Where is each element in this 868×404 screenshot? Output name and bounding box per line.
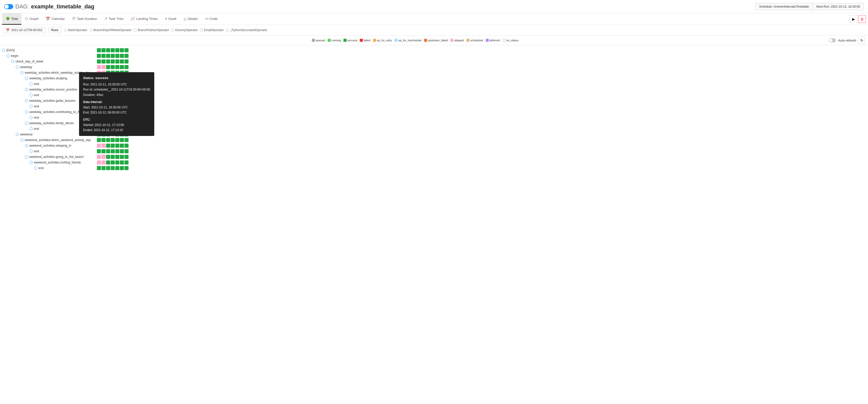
- status-sq-weekend_inviting-6[interactable]: [124, 160, 128, 164]
- status-sq-end6-4[interactable]: [115, 149, 119, 153]
- status-sq-dag-1[interactable]: [101, 48, 105, 52]
- operator-dummy[interactable]: DummyOperator: [171, 28, 198, 32]
- status-sq-check_day-4[interactable]: [115, 59, 119, 63]
- status-sq-end6-1[interactable]: [101, 149, 105, 153]
- status-sq-check_day-0[interactable]: [97, 59, 101, 63]
- tab-code[interactable]: <> Code: [201, 13, 221, 25]
- node-label-begin[interactable]: begin: [0, 54, 97, 58]
- status-sq-weekend_sleeping-4[interactable]: [115, 144, 119, 148]
- tab-calendar[interactable]: 📅 Calendar: [42, 13, 68, 25]
- tab-task-duration[interactable]: ⏱ Task Duration: [68, 13, 100, 25]
- tab-details[interactable]: △ Details: [180, 13, 202, 25]
- status-sq-weekend_beach-0[interactable]: [97, 155, 101, 159]
- refresh-button[interactable]: ↻: [858, 37, 865, 43]
- status-sq-dag-4[interactable]: [115, 48, 119, 52]
- status-sq-dag-6[interactable]: [124, 48, 128, 52]
- status-sq-end7-1[interactable]: [101, 166, 105, 170]
- status-sq-begin-1[interactable]: [101, 54, 105, 58]
- status-sq-end7-0[interactable]: [97, 166, 101, 170]
- dag-toggle[interactable]: [4, 4, 13, 9]
- status-sq-weekend_beach-1[interactable]: [101, 155, 105, 159]
- status-sq-check_day-3[interactable]: [111, 59, 115, 63]
- status-sq-begin-4[interactable]: [115, 54, 119, 58]
- tab-task-tries[interactable]: ↗ Task Tries: [101, 13, 127, 25]
- tab-landing-times[interactable]: 📈 Landing Times: [127, 13, 161, 25]
- status-sq-weekend_sleeping-2[interactable]: [106, 144, 110, 148]
- status-sq-weekday-6[interactable]: [124, 65, 128, 69]
- status-sq-weekend_which-1[interactable]: [101, 138, 105, 142]
- node-label-weekend_inviting[interactable]: weekend_activities.inviting_friends: [0, 161, 97, 164]
- operator-branch-python[interactable]: BranchPythonOperator: [134, 28, 169, 32]
- status-sq-weekday-2[interactable]: [106, 65, 110, 69]
- node-label-check_day[interactable]: check_day_of_week: [0, 60, 97, 63]
- status-sq-end6-0[interactable]: [97, 149, 101, 153]
- status-sq-weekend_beach-5[interactable]: [120, 155, 124, 159]
- status-sq-end7-5[interactable]: [120, 166, 124, 170]
- tab-gantt[interactable]: ≡ Gantt: [161, 13, 180, 25]
- status-sq-begin-6[interactable]: [124, 54, 128, 58]
- status-sq-check_day-5[interactable]: [120, 59, 124, 63]
- status-sq-weekend_beach-2[interactable]: [106, 155, 110, 159]
- status-sq-weekday-4[interactable]: [115, 65, 119, 69]
- operator-email[interactable]: EmailOperator: [200, 28, 224, 32]
- node-label-end7[interactable]: end: [0, 166, 97, 170]
- status-sq-weekend_sleeping-0[interactable]: [97, 144, 101, 148]
- status-sq-weekend_inviting-5[interactable]: [120, 160, 124, 164]
- status-sq-weekend_sleeping-5[interactable]: [120, 144, 124, 148]
- status-sq-weekend_sleeping-6[interactable]: [124, 144, 128, 148]
- status-sq-weekend_which-3[interactable]: [111, 138, 115, 142]
- status-sq-end7-2[interactable]: [106, 166, 110, 170]
- status-sq-check_day-2[interactable]: [106, 59, 110, 63]
- operator-branch[interactable]: BranchDayOfWeekOperator: [90, 28, 132, 32]
- status-sq-weekend_which-5[interactable]: [120, 138, 124, 142]
- status-sq-end6-3[interactable]: [111, 149, 115, 153]
- status-sq-begin-0[interactable]: [97, 54, 101, 58]
- status-sq-weekend_inviting-0[interactable]: [97, 160, 101, 164]
- operator-python[interactable]: _PythonDecoratedOperator: [226, 28, 267, 32]
- play-button[interactable]: ▶: [850, 15, 857, 23]
- node-label-weekend_beach[interactable]: weekend_activities.going_to_the_beach: [0, 155, 97, 159]
- status-sq-dag-3[interactable]: [111, 48, 115, 52]
- status-sq-check_day-1[interactable]: [101, 59, 105, 63]
- status-sq-weekend_beach-3[interactable]: [111, 155, 115, 159]
- runs-button[interactable]: Runs: [49, 27, 61, 33]
- status-sq-weekend_inviting-4[interactable]: [115, 160, 119, 164]
- status-sq-weekend_inviting-1[interactable]: [101, 160, 105, 164]
- status-sq-end6-2[interactable]: [106, 149, 110, 153]
- status-sq-weekend_inviting-2[interactable]: [106, 160, 110, 164]
- status-sq-weekend_which-4[interactable]: [115, 138, 119, 142]
- status-sq-weekend_sleeping-3[interactable]: [111, 144, 115, 148]
- tab-tree[interactable]: 🌳 Tree: [2, 13, 22, 25]
- status-sq-dag-5[interactable]: [120, 48, 124, 52]
- delete-button[interactable]: 🗑: [858, 15, 866, 23]
- status-sq-weekend_inviting-3[interactable]: [111, 160, 115, 164]
- node-label-weekend_which[interactable]: weekend_activities.which_weekend_activit…: [0, 138, 97, 142]
- status-sq-weekend_beach-6[interactable]: [124, 155, 128, 159]
- node-label-weekend_sleeping[interactable]: weekend_activities.sleeping_in: [0, 144, 97, 148]
- node-label-weekday[interactable]: weekday: [0, 65, 97, 69]
- node-label-dag[interactable]: [DAG]: [0, 49, 97, 52]
- status-sq-end7-3[interactable]: [111, 166, 115, 170]
- status-sq-end6-5[interactable]: [120, 149, 124, 153]
- status-sq-end7-4[interactable]: [115, 166, 119, 170]
- auto-refresh-toggle[interactable]: [829, 38, 836, 42]
- status-sq-weekday-1[interactable]: [101, 65, 105, 69]
- status-sq-weekend_beach-4[interactable]: [115, 155, 119, 159]
- status-sq-end7-6[interactable]: [124, 166, 128, 170]
- status-sq-weekday-0[interactable]: [97, 65, 101, 69]
- status-sq-weekend_which-6[interactable]: [124, 138, 128, 142]
- node-label-end6[interactable]: end: [0, 150, 97, 153]
- status-sq-weekend_which-2[interactable]: [106, 138, 110, 142]
- status-sq-weekend_sleeping-1[interactable]: [101, 144, 105, 148]
- status-sq-weekend_which-0[interactable]: [97, 138, 101, 142]
- status-sq-begin-3[interactable]: [111, 54, 115, 58]
- operator-bash[interactable]: BashOperator: [64, 28, 88, 32]
- status-sq-weekday-3[interactable]: [111, 65, 115, 69]
- status-sq-dag-2[interactable]: [106, 48, 110, 52]
- date-input[interactable]: 📅 2021-10-12T06:00:00Z: [3, 27, 45, 33]
- status-sq-begin-5[interactable]: [120, 54, 124, 58]
- status-sq-check_day-6[interactable]: [124, 59, 128, 63]
- tab-graph[interactable]: ⬡ Graph: [22, 13, 42, 25]
- status-sq-end6-6[interactable]: [124, 149, 128, 153]
- status-sq-begin-2[interactable]: [106, 54, 110, 58]
